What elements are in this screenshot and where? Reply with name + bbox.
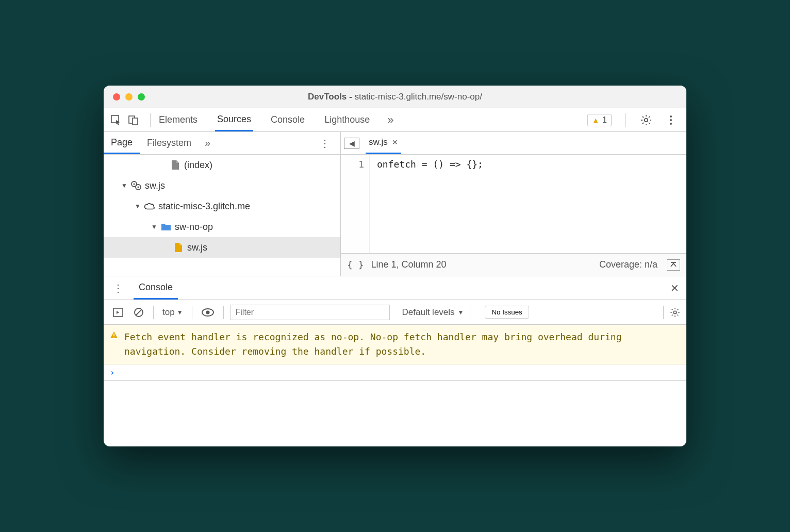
- chevron-down-icon: ▼: [458, 309, 464, 316]
- toolbar-divider: [192, 306, 192, 319]
- tree-item-folder[interactable]: ▼ sw-no-op: [104, 217, 340, 237]
- file-tree: (index) ▼ sw.js ▼ static-misc-3.glitch.m…: [104, 155, 340, 276]
- file-icon: [170, 159, 181, 171]
- console-prompt[interactable]: ›: [104, 364, 686, 380]
- window-title: DevTools - static-misc-3.glitch.me/sw-no…: [308, 92, 482, 102]
- drawer-menu-icon[interactable]: ⋮: [109, 282, 127, 294]
- tab-sources[interactable]: Sources: [215, 108, 253, 131]
- tree-item-index[interactable]: (index): [104, 155, 340, 175]
- editor-pane: ◀ sw.js ✕ 1 onfetch = () => {}; { } Line…: [341, 132, 686, 276]
- line-gutter: 1: [341, 155, 370, 253]
- close-tab-icon[interactable]: ✕: [392, 138, 398, 146]
- live-expression-icon[interactable]: [199, 308, 217, 317]
- toolbar-divider: [625, 113, 626, 127]
- svg-line-8: [643, 116, 644, 117]
- close-drawer-icon[interactable]: ✕: [668, 282, 681, 294]
- console-drawer: ⋮ Console ✕ top ▼ Default levels: [104, 276, 686, 381]
- editor-tab-row: ◀ sw.js ✕: [341, 132, 686, 155]
- panel-tabs: Elements Sources Console Lighthouse: [157, 108, 372, 131]
- drawer-tab-console[interactable]: Console: [134, 276, 178, 300]
- toolbar-divider: [153, 306, 154, 319]
- editor-status-bar: { } Line 1, Column 20 Coverage: n/a: [341, 253, 686, 276]
- issues-button[interactable]: No Issues: [485, 306, 529, 319]
- js-file-icon: [173, 242, 184, 253]
- svg-point-25: [673, 311, 676, 313]
- toolbar-divider: [150, 113, 151, 127]
- nav-tab-filesystem[interactable]: Filesystem: [140, 132, 199, 154]
- more-menu-icon[interactable]: [664, 113, 678, 127]
- device-toggle-icon[interactable]: [126, 113, 141, 127]
- warning-count: 1: [602, 115, 607, 125]
- settings-gear-icon[interactable]: [639, 113, 653, 127]
- console-toolbar: top ▼ Default levels ▼ No Issues: [104, 300, 686, 325]
- titlebar: DevTools - static-misc-3.glitch.me/sw-no…: [104, 86, 686, 108]
- devtools-window: DevTools - static-misc-3.glitch.me/sw-no…: [104, 86, 686, 446]
- main-toolbar: Elements Sources Console Lighthouse » ▲ …: [104, 108, 686, 132]
- coverage-label: Coverage: n/a: [599, 259, 657, 270]
- svg-rect-34: [113, 334, 114, 336]
- execution-context-select[interactable]: top ▼: [160, 306, 186, 319]
- code-content: onfetch = () => {};: [370, 155, 483, 253]
- cursor-position: Line 1, Column 20: [371, 259, 447, 270]
- maximize-window-button[interactable]: [138, 93, 145, 101]
- log-levels-select[interactable]: Default levels ▼: [402, 307, 464, 318]
- tabs-overflow-button[interactable]: »: [387, 113, 393, 127]
- tree-label: (index): [184, 160, 212, 171]
- toggle-debugger-icon[interactable]: [667, 259, 680, 271]
- folder-icon: [160, 221, 172, 232]
- code-editor[interactable]: 1 onfetch = () => {};: [341, 155, 686, 253]
- tree-label: static-misc-3.glitch.me: [158, 201, 250, 212]
- minimize-window-button[interactable]: [125, 93, 133, 101]
- svg-point-14: [670, 123, 672, 125]
- tree-item-domain[interactable]: ▼ static-misc-3.glitch.me: [104, 196, 340, 217]
- chevron-down-icon: ▼: [177, 309, 183, 316]
- svg-point-18: [137, 186, 139, 188]
- tree-item-sw-root[interactable]: ▼ sw.js: [104, 175, 340, 196]
- pretty-print-button[interactable]: { }: [347, 259, 364, 270]
- tab-elements[interactable]: Elements: [157, 108, 200, 131]
- svg-point-17: [133, 183, 135, 185]
- tree-label: sw-no-op: [175, 222, 213, 232]
- drawer-header: ⋮ Console ✕: [104, 276, 686, 300]
- close-window-button[interactable]: [113, 93, 120, 101]
- tree-item-sw-file[interactable]: sw.js: [104, 237, 340, 258]
- tab-console[interactable]: Console: [269, 108, 307, 131]
- svg-line-9: [649, 123, 650, 124]
- navigator-menu-icon[interactable]: ⋮: [312, 137, 337, 149]
- svg-point-3: [645, 118, 648, 121]
- svg-line-11: [649, 116, 650, 117]
- warning-icon: ▲: [592, 116, 599, 124]
- editor-tab-label: sw.js: [369, 137, 388, 147]
- svg-rect-2: [133, 118, 138, 125]
- tab-lighthouse[interactable]: Lighthouse: [322, 108, 372, 131]
- warning-icon: [110, 331, 118, 339]
- nav-tab-page[interactable]: Page: [104, 132, 140, 154]
- editor-tab-swjs[interactable]: sw.js ✕: [366, 132, 401, 154]
- context-label: top: [162, 307, 175, 318]
- svg-line-10: [643, 123, 644, 124]
- svg-rect-35: [113, 337, 114, 338]
- chevron-down-icon: ▼: [135, 203, 141, 210]
- console-warning-message[interactable]: Fetch event handler is recognized as no-…: [104, 325, 686, 364]
- warnings-badge[interactable]: ▲ 1: [587, 114, 612, 126]
- svg-line-30: [672, 309, 673, 310]
- navigator-pane: Page Filesystem » ⋮ (index) ▼ sw.js: [104, 132, 341, 276]
- code-line: onfetch = () => {};: [377, 159, 483, 170]
- chevron-down-icon: ▼: [151, 223, 157, 230]
- console-settings-icon[interactable]: [663, 306, 680, 319]
- toolbar-divider: [223, 306, 224, 319]
- navigator-tabs: Page Filesystem » ⋮: [104, 132, 340, 155]
- show-console-sidebar-icon[interactable]: [110, 308, 126, 317]
- toggle-navigator-icon[interactable]: ◀: [344, 138, 359, 149]
- svg-point-24: [206, 310, 209, 314]
- inspect-element-icon[interactable]: [109, 113, 123, 127]
- svg-line-22: [136, 309, 142, 315]
- nav-tabs-overflow[interactable]: »: [199, 137, 217, 149]
- clear-console-icon[interactable]: [130, 307, 147, 318]
- console-filter-input[interactable]: [230, 305, 390, 320]
- cloud-icon: [144, 201, 155, 212]
- svg-line-33: [678, 309, 679, 310]
- svg-point-13: [670, 119, 672, 121]
- traffic-lights: [113, 93, 145, 101]
- chevron-down-icon: ▼: [121, 182, 127, 189]
